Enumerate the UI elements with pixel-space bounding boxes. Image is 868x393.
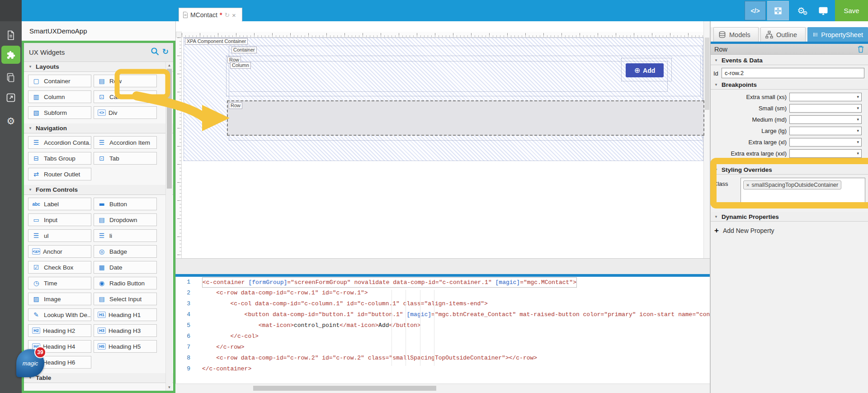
- code-line-2[interactable]: 2 <c-row data-comp-id="c-row.1" id="c-ro…: [176, 288, 710, 298]
- scroll-down-icon[interactable]: ▼: [166, 385, 173, 389]
- section-header-table[interactable]: ▼Table: [24, 373, 173, 383]
- section-events-data[interactable]: ▼ Events & Data: [711, 56, 868, 65]
- breakpoint-select-extra-extra-large-xxl[interactable]: ▾: [789, 149, 862, 158]
- widget-tile-input[interactable]: ▭Input: [28, 213, 91, 226]
- widget-tile-image[interactable]: ▨Image: [28, 293, 91, 305]
- widget-tile-radio-button[interactable]: ◉Radio Button: [94, 277, 157, 289]
- editor-hscrollbar-thumb[interactable]: [253, 386, 436, 391]
- breakpoint-select-medium-md[interactable]: ▾: [789, 115, 862, 124]
- widget-tile-tabs-group[interactable]: ⊟Tabs Group: [28, 152, 91, 165]
- breakpoint-select-large-lg[interactable]: ▾: [789, 127, 862, 135]
- refresh-icon[interactable]: ↻: [162, 48, 169, 56]
- trash-icon[interactable]: [857, 45, 864, 53]
- widget-tile-heading-h2[interactable]: H2Heading H2: [28, 324, 91, 337]
- document-icon[interactable]: [0, 26, 22, 44]
- widget-tile-date[interactable]: ▦Date: [94, 261, 157, 274]
- widget-tile-lookup-with-de[interactable]: ✎Lookup With De...: [28, 308, 91, 321]
- widget-tile-tab[interactable]: ⊡Tab: [94, 152, 157, 165]
- code-line-6[interactable]: 6 </c-col>: [176, 331, 710, 342]
- add-button-widget[interactable]: ⊕ Add: [626, 63, 664, 77]
- copy-icon[interactable]: [0, 69, 22, 87]
- scroll-up-icon[interactable]: ▲: [166, 63, 173, 67]
- section-header-navigation[interactable]: ▼Navigation: [24, 123, 173, 133]
- id-label: Id: [713, 70, 718, 77]
- search-icon[interactable]: [151, 47, 160, 56]
- breakpoint-row-extra-large-xl: Extra large (xl)▾: [711, 137, 868, 148]
- widget-label: Heading H2: [43, 327, 75, 334]
- widget-tile-ul[interactable]: ☰ul: [28, 229, 91, 242]
- widget-label: Input: [44, 217, 57, 223]
- widget-tile-container[interactable]: ▢Container: [28, 75, 91, 87]
- canvas-scrollbar[interactable]: [703, 21, 710, 258]
- breakpoint-select-extra-large-xl[interactable]: ▾: [789, 138, 862, 147]
- widget-tile-card[interactable]: ⊡Card: [94, 90, 157, 103]
- id-input[interactable]: [722, 68, 864, 78]
- section-styling-overrides[interactable]: ▼ Styling Overrides: [711, 165, 868, 175]
- accordion-container-icon: ☰: [31, 139, 41, 146]
- widget-tile-anchor[interactable]: <a>Anchor: [28, 245, 91, 258]
- tab-outline[interactable]: Outline: [760, 27, 806, 42]
- section-breakpoints[interactable]: ▼ Breakpoints: [711, 80, 868, 90]
- widget-tile-time[interactable]: ◷Time: [28, 277, 91, 289]
- widget-tile-row[interactable]: ▤Row: [94, 75, 157, 87]
- widget-tile-dropdown[interactable]: ▤Dropdown: [94, 213, 157, 226]
- section-dynamic-properties[interactable]: ▼ Dynamic Properties: [711, 212, 868, 222]
- code-line-5[interactable]: 5 <mat-icon>control_point</mat-icon>Add<…: [176, 320, 710, 331]
- code-line-3[interactable]: 3 <c-col data-comp-id="c-column.1" id="c…: [176, 298, 710, 309]
- widgets-puzzle-icon[interactable]: [1, 46, 20, 64]
- code-line-7[interactable]: 7 </c-row>: [176, 342, 710, 353]
- code-line-8[interactable]: 8 <c-row data-comp-id="c-row.2" id="c-ro…: [176, 353, 710, 364]
- code-line-4[interactable]: 4 <button data-comp-id="button.1" id="bu…: [176, 309, 710, 320]
- section-header-layouts[interactable]: ▼Layouts: [24, 62, 173, 72]
- class-chip[interactable]: × smallSpacingTopOutsideContainer: [743, 180, 841, 189]
- widget-tile-check-box[interactable]: ☑Check Box: [28, 261, 91, 274]
- add-new-property-button[interactable]: + Add New Property: [714, 226, 774, 235]
- line-number: 5: [176, 320, 196, 331]
- editor-hscrollbar[interactable]: [175, 384, 710, 393]
- expand-button[interactable]: [767, 1, 789, 20]
- row2-widget-selected[interactable]: [227, 100, 704, 136]
- breakpoint-row-large-lg: Large (lg)▾: [711, 125, 868, 137]
- widget-tile-accordion-conta[interactable]: ☰Accordion Conta...: [28, 136, 91, 149]
- widget-tile-div[interactable]: <>Div: [94, 106, 157, 119]
- gear-icon[interactable]: ⚙: [0, 112, 22, 130]
- canvas-scrollbar-thumb[interactable]: [705, 38, 709, 110]
- widget-tile-button[interactable]: ▬Button: [94, 198, 157, 210]
- widget-tile-router-outlet[interactable]: ⇄Router Outlet: [28, 168, 91, 180]
- widget-tile-subform[interactable]: ▧Subform: [28, 106, 91, 119]
- tab-models[interactable]: Models: [713, 27, 759, 42]
- remove-chip-icon[interactable]: ×: [746, 182, 749, 188]
- widget-tile-heading-h1[interactable]: H1Heading H1: [94, 308, 157, 321]
- tab-refresh-icon[interactable]: ↻: [224, 11, 230, 19]
- widget-tile-li[interactable]: ☰li: [94, 229, 157, 242]
- widget-label: Accordion Conta...: [44, 139, 91, 146]
- breakpoint-select-extra-small-xs[interactable]: ▾: [789, 93, 862, 101]
- save-button[interactable]: Save: [835, 0, 868, 21]
- widgets-scrollbar[interactable]: ▲ ▼: [165, 62, 172, 391]
- widget-tile-heading-h5[interactable]: H5Heading H5: [94, 340, 157, 353]
- document-tab-mcontact[interactable]: MContact* ↻ ×: [179, 8, 242, 22]
- section-header-form-controls[interactable]: ▼Form Controls: [24, 185, 173, 195]
- services-gears-icon[interactable]: ⚙⚙: [794, 0, 811, 21]
- code-view-button[interactable]: </>: [745, 1, 766, 20]
- widget-tile-label[interactable]: abcLabel: [28, 198, 91, 210]
- widget-tile-badge[interactable]: ◎Badge: [94, 245, 157, 258]
- widget-tile-accordion-item[interactable]: ☰Accordion Item: [94, 136, 157, 149]
- share-icon[interactable]: [0, 89, 22, 107]
- widget-tile-column[interactable]: ▥Column: [28, 90, 91, 103]
- code-line-1[interactable]: 1<c-container [formGroup]="screenFormGro…: [176, 277, 710, 288]
- monitor-icon[interactable]: [815, 0, 831, 21]
- tabs-group-icon: ⊟: [31, 155, 41, 162]
- notification-badge[interactable]: 39: [34, 346, 46, 358]
- scrollbar-thumb[interactable]: [167, 69, 172, 189]
- column-widget[interactable]: [229, 61, 668, 92]
- widget-tile-heading-h3[interactable]: H3Heading H3: [94, 324, 157, 337]
- breakpoint-select-small-sm[interactable]: ▾: [789, 104, 862, 113]
- code-line-9[interactable]: 9</c-container>: [176, 364, 710, 374]
- tab-propertysheet[interactable]: PropertySheet: [807, 27, 868, 42]
- code-editor[interactable]: 1<c-container [formGroup]="screenFormGro…: [175, 277, 710, 384]
- code-text: <button data-comp-id="button.1" id="butt…: [202, 309, 710, 320]
- tab-close-icon[interactable]: ×: [232, 11, 236, 19]
- class-tags-input[interactable]: × smallSpacingTopOutsideContainer: [741, 178, 865, 205]
- widget-tile-select-input[interactable]: ▤Select Input: [94, 293, 157, 305]
